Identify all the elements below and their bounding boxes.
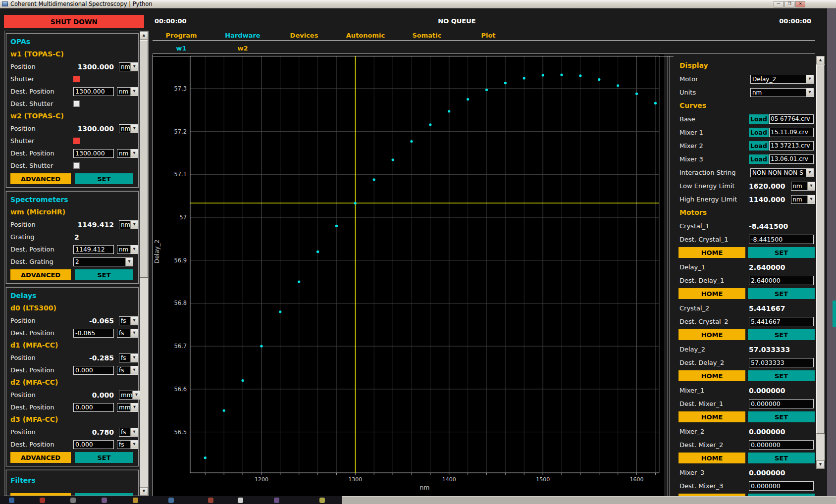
w2-dest-shutter-checkbox[interactable] bbox=[73, 162, 80, 169]
scroll-up-arrow-icon[interactable]: ▲ bbox=[816, 56, 825, 64]
taskbar-icon[interactable] bbox=[70, 498, 76, 503]
delay1-set-button[interactable]: SET bbox=[748, 288, 815, 299]
d0-dest-unit-dropdown[interactable]: fs▼ bbox=[117, 329, 138, 338]
units-dropdown[interactable]: nm▼ bbox=[750, 88, 814, 97]
spectrometers-set-button[interactable]: SET bbox=[75, 269, 133, 280]
mixer2-home-button[interactable]: HOME bbox=[679, 453, 745, 463]
d2-dest-unit-dropdown[interactable]: mm▼ bbox=[117, 403, 138, 412]
mixer2-set-button[interactable]: SET bbox=[748, 453, 815, 463]
shut-down-button[interactable]: SHUT DOWN bbox=[4, 15, 144, 28]
close-button[interactable]: ✕ bbox=[795, 1, 805, 7]
d1-dest-position-input[interactable]: 0.000 bbox=[73, 366, 114, 375]
mixer1-set-button[interactable]: SET bbox=[748, 411, 815, 422]
d0-dest-position-input[interactable]: -0.065 bbox=[73, 329, 114, 338]
right-scrollbar[interactable]: ▲ ▼ bbox=[816, 56, 825, 469]
left-scrollbar[interactable]: ▲ ▼ bbox=[140, 31, 148, 496]
scroll-down-arrow-icon[interactable]: ▼ bbox=[140, 487, 148, 496]
dest-delay1-input[interactable]: 2.640000 bbox=[749, 276, 814, 285]
tab-hardware[interactable]: Hardware bbox=[212, 31, 273, 40]
crystal2-set-button[interactable]: SET bbox=[748, 329, 815, 340]
filters-header: Filters bbox=[6, 474, 138, 487]
taskbar-icon[interactable] bbox=[9, 498, 14, 503]
d2-unit-dropdown[interactable]: mm▼ bbox=[119, 391, 140, 400]
w2-dest-position-input[interactable]: 1300.000 bbox=[73, 149, 114, 158]
scroll-down-arrow-icon[interactable]: ▼ bbox=[816, 460, 825, 469]
subtab-w1[interactable]: w1 bbox=[151, 44, 212, 53]
opas-advanced-button[interactable]: ADVANCED bbox=[10, 173, 71, 184]
left-scrollbar-thumb[interactable] bbox=[140, 40, 148, 278]
w2-position-unit-dropdown[interactable]: nm▼ bbox=[119, 124, 138, 133]
d0-unit-dropdown[interactable]: fs▼ bbox=[119, 316, 138, 325]
wm-position-unit-dropdown[interactable]: nm▼ bbox=[119, 220, 138, 229]
dest-delay2-input[interactable]: 57.033333 bbox=[749, 358, 814, 367]
taskbar-icon[interactable] bbox=[102, 498, 107, 503]
wm-dest-unit-dropdown[interactable]: nm▼ bbox=[117, 245, 138, 254]
taskbar-icon[interactable] bbox=[133, 498, 138, 503]
d1-unit-dropdown[interactable]: fs▼ bbox=[119, 353, 138, 362]
taskbar-icon[interactable] bbox=[40, 498, 45, 503]
motor-dropdown[interactable]: Delay_2▼ bbox=[750, 75, 814, 84]
wm-dest-grating-dropdown[interactable]: 2▼ bbox=[73, 257, 133, 266]
scroll-up-arrow-icon[interactable]: ▲ bbox=[140, 31, 148, 40]
taskbar-icon[interactable] bbox=[274, 498, 279, 503]
mixer1-home-button[interactable]: HOME bbox=[679, 411, 745, 422]
d2-dest-position-input[interactable]: 0.000 bbox=[73, 403, 114, 412]
opas-set-button[interactable]: SET bbox=[75, 173, 133, 184]
high-energy-unit-dropdown[interactable]: nm▼ bbox=[791, 195, 815, 204]
mixer1-load-button[interactable]: Load bbox=[749, 128, 769, 137]
mixer3-load-button[interactable]: Load bbox=[749, 154, 769, 164]
interaction-string-dropdown[interactable]: NON-NON-NON-S▼ bbox=[750, 168, 814, 177]
dest-mixer2-input[interactable]: 0.000000 bbox=[749, 440, 814, 450]
w1-dest-unit-dropdown[interactable]: nm▼ bbox=[117, 87, 138, 96]
d3-dest-unit-dropdown[interactable]: fs▼ bbox=[117, 440, 138, 449]
d3-unit-dropdown[interactable]: fs▼ bbox=[119, 428, 138, 437]
crystal1-home-button[interactable]: HOME bbox=[679, 247, 745, 258]
crystal2-home-button[interactable]: HOME bbox=[679, 329, 745, 340]
w1-position-unit-dropdown[interactable]: nm▼ bbox=[119, 62, 138, 71]
taskbar-icon[interactable] bbox=[208, 498, 213, 503]
dest-mixer1-input[interactable]: 0.000000 bbox=[749, 399, 814, 408]
delays-advanced-button[interactable]: ADVANCED bbox=[10, 452, 71, 463]
w1-dest-position-input[interactable]: 1300.000 bbox=[73, 87, 114, 96]
spectrometers-advanced-button[interactable]: ADVANCED bbox=[10, 269, 71, 280]
taskbar-icon[interactable] bbox=[168, 498, 174, 503]
delay2-label: Delay_2 bbox=[679, 346, 749, 353]
tab-program[interactable]: Program bbox=[151, 31, 212, 40]
delay2-set-button[interactable]: SET bbox=[748, 370, 815, 381]
tab-devices[interactable]: Devices bbox=[273, 31, 335, 40]
wm-dest-position-input[interactable]: 1149.412 bbox=[73, 245, 114, 254]
mixer1-curve-file[interactable]: 15.11.09.crv bbox=[769, 128, 814, 137]
tab-plot[interactable]: Plot bbox=[458, 31, 519, 40]
crystal1-set-button[interactable]: SET bbox=[748, 247, 815, 258]
plot-area[interactable]: 56.556.656.756.856.95757.157.257.3120013… bbox=[153, 54, 664, 496]
dest-crystal2-input[interactable]: 5.441667 bbox=[749, 317, 814, 326]
w2-dest-unit-dropdown[interactable]: nm▼ bbox=[117, 149, 138, 158]
dest-crystal1-input[interactable]: -8.441500 bbox=[749, 235, 814, 244]
taskbar-icon[interactable] bbox=[238, 498, 243, 503]
dest-mixer3-input[interactable]: 0.000000 bbox=[749, 481, 814, 491]
filters-set-button[interactable]: SET bbox=[75, 493, 133, 496]
base-load-button[interactable]: Load bbox=[749, 114, 769, 124]
mixer2-load-button[interactable]: Load bbox=[749, 141, 769, 151]
w1-dest-shutter-checkbox[interactable] bbox=[73, 101, 80, 107]
delay-curve-plot[interactable]: 56.556.656.756.856.95757.157.257.3120013… bbox=[153, 54, 664, 496]
taskbar-icon[interactable] bbox=[319, 498, 325, 503]
minimize-button[interactable]: — bbox=[774, 1, 784, 7]
tab-autonomic[interactable]: Autonomic bbox=[335, 31, 396, 40]
mixer3-value: 0.000000 bbox=[749, 469, 785, 477]
d3-dest-position-input[interactable]: 0.000 bbox=[73, 440, 114, 449]
low-energy-unit-dropdown[interactable]: nm▼ bbox=[791, 182, 815, 191]
taskbar[interactable] bbox=[0, 496, 836, 504]
base-curve-file[interactable]: 05 67764.crv bbox=[769, 114, 814, 124]
maximize-button[interactable]: ❐ bbox=[784, 1, 794, 7]
delay2-home-button[interactable]: HOME bbox=[679, 370, 745, 381]
delay1-home-button[interactable]: HOME bbox=[679, 288, 745, 299]
subtab-w2[interactable]: w2 bbox=[212, 44, 273, 53]
tab-somatic[interactable]: Somatic bbox=[396, 31, 458, 40]
mixer3-curve-file[interactable]: 13.06.01.crv bbox=[769, 154, 814, 164]
d1-dest-unit-dropdown[interactable]: fs▼ bbox=[117, 366, 138, 375]
mixer2-curve-file[interactable]: 13 37213.crv bbox=[769, 141, 814, 151]
delays-set-button[interactable]: SET bbox=[75, 452, 133, 463]
filters-advanced-button[interactable]: ADVANCED bbox=[10, 493, 71, 496]
right-scrollbar-thumb[interactable] bbox=[816, 65, 825, 434]
